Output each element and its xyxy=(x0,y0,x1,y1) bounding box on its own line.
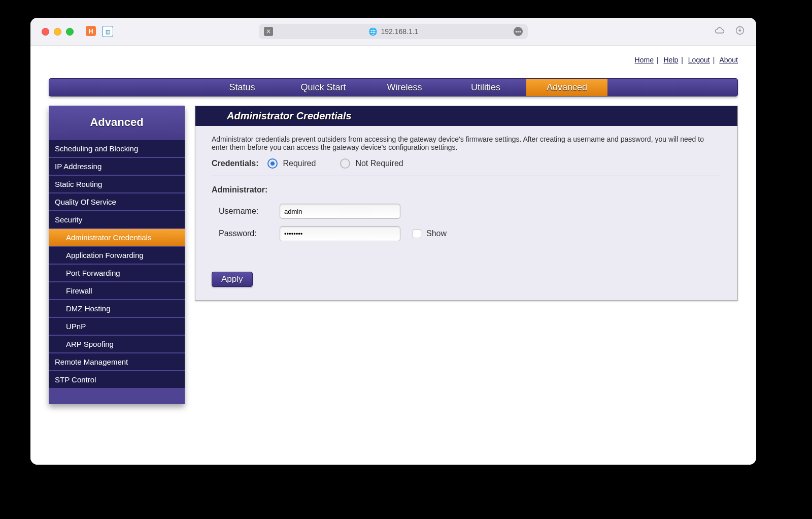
tab-advanced[interactable]: Advanced xyxy=(526,79,607,96)
sidebar-item-qos[interactable]: Quality Of Service xyxy=(49,193,185,211)
link-logout[interactable]: Logout xyxy=(688,56,710,64)
sidebar-item-remote[interactable]: Remote Management xyxy=(49,353,185,371)
app-icon-h[interactable]: H xyxy=(86,26,96,36)
sidebar-item-upnp[interactable]: UPnP xyxy=(49,318,185,336)
sidebar-item-ip[interactable]: IP Addressing xyxy=(49,158,185,176)
password-input[interactable] xyxy=(280,226,400,241)
close-window-icon[interactable] xyxy=(42,28,49,36)
downloads-icon[interactable] xyxy=(735,25,745,38)
link-about[interactable]: About xyxy=(719,56,738,64)
radio-required-label: Required xyxy=(283,159,316,168)
username-input[interactable] xyxy=(280,204,400,219)
window-controls xyxy=(42,28,74,36)
content-panel: Administrator Credentials Administrator … xyxy=(195,106,738,301)
sidebar-item-dmz[interactable]: DMZ Hosting xyxy=(49,300,185,318)
content-description: Administrator credentials prevent outsid… xyxy=(212,135,721,151)
password-label: Password: xyxy=(212,229,280,238)
sidebar-item-scheduling[interactable]: Scheduling and Blocking xyxy=(49,140,185,158)
sidebar-item-stp[interactable]: STP Control xyxy=(49,371,185,389)
administrator-label: Administrator: xyxy=(212,185,721,194)
show-password-checkbox[interactable] xyxy=(413,230,421,238)
sidebar-item-static[interactable]: Static Routing xyxy=(49,176,185,193)
sidebar-title: Advanced xyxy=(49,106,185,140)
address-text: 192.168.1.1 xyxy=(381,27,419,36)
site-settings-icon[interactable]: ••• xyxy=(514,27,523,36)
sidebar-item-firewall[interactable]: Firewall xyxy=(49,282,185,300)
sidebar-item-port-fwd[interactable]: Port Forwarding xyxy=(49,265,185,282)
username-label: Username: xyxy=(212,207,280,216)
maximize-window-icon[interactable] xyxy=(66,28,74,36)
tab-quickstart[interactable]: Quick Start xyxy=(283,79,364,96)
app-icon-trello[interactable]: ◫ xyxy=(102,26,113,37)
titlebar: H ◫ ✕ 🌐 192.168.1.1 ••• xyxy=(30,18,756,46)
radio-not-required[interactable]: Not Required xyxy=(340,158,403,169)
top-links: Home| Help| Logout| About xyxy=(30,46,756,68)
sidebar: Advanced Scheduling and Blocking IP Addr… xyxy=(49,106,185,404)
page: Home| Help| Logout| About Status Quick S… xyxy=(30,46,756,465)
link-home[interactable]: Home xyxy=(635,56,654,64)
tab-utilities[interactable]: Utilities xyxy=(445,79,526,96)
main-nav: Status Quick Start Wireless Utilities Ad… xyxy=(49,78,738,96)
link-help[interactable]: Help xyxy=(663,56,678,64)
apply-button[interactable]: Apply xyxy=(212,272,253,287)
radio-required[interactable]: Required xyxy=(267,158,316,169)
globe-icon: 🌐 xyxy=(368,27,377,36)
icloud-icon[interactable] xyxy=(715,25,725,38)
show-password-label: Show xyxy=(426,229,447,238)
browser-window: H ◫ ✕ 🌐 192.168.1.1 ••• Home| Help| Logo… xyxy=(30,18,756,465)
sidebar-item-security[interactable]: Security xyxy=(49,211,185,229)
sidebar-item-admin-cred[interactable]: Administrator Credentials xyxy=(49,229,185,247)
credentials-label: Credentials: xyxy=(212,159,258,168)
content-title: Administrator Credentials xyxy=(195,106,737,126)
minimize-window-icon[interactable] xyxy=(54,28,61,36)
stop-icon[interactable]: ✕ xyxy=(264,27,273,36)
sidebar-item-arp[interactable]: ARP Spoofing xyxy=(49,336,185,353)
tab-status[interactable]: Status xyxy=(201,79,283,96)
radio-notrequired-label: Not Required xyxy=(355,159,403,168)
tab-wireless[interactable]: Wireless xyxy=(364,79,445,96)
address-bar[interactable]: ✕ 🌐 192.168.1.1 ••• xyxy=(259,24,528,39)
sidebar-item-app-fwd[interactable]: Application Forwarding xyxy=(49,247,185,265)
